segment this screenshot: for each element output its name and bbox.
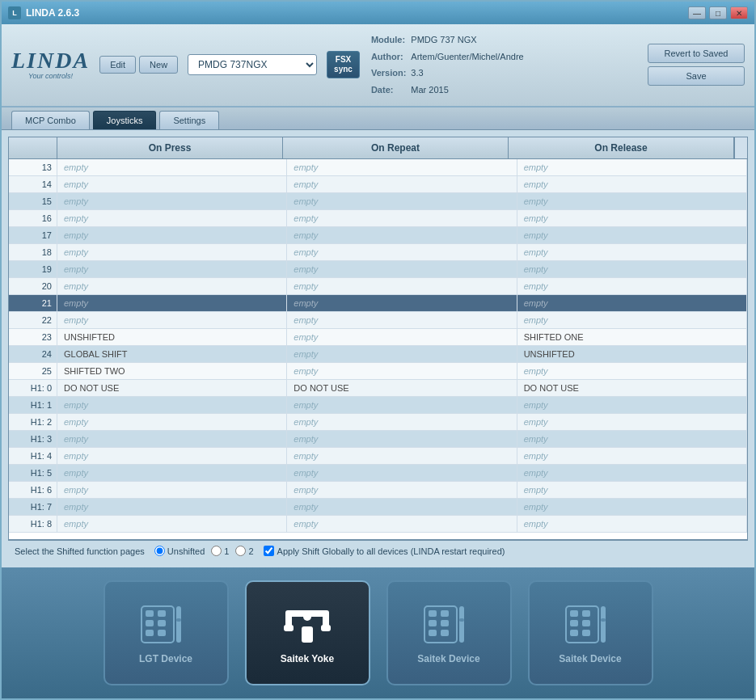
svg-rect-33 xyxy=(601,618,606,622)
saitek-icon xyxy=(420,602,477,647)
radio-unshifted-input[interactable] xyxy=(154,546,165,556)
tab-joysticks[interactable]: Joysticks xyxy=(93,111,157,129)
tab-settings[interactable]: Settings xyxy=(159,111,219,129)
table-container: On Press On Repeat On Release 13emptyemp… xyxy=(8,137,748,540)
svg-rect-32 xyxy=(601,606,606,643)
checkbox-label: Apply Shift Globally to all devices (LIN… xyxy=(277,546,505,556)
svg-rect-21 xyxy=(429,630,437,636)
tab-mcp-combo[interactable]: MCP Combo xyxy=(11,111,90,129)
close-button[interactable]: ✕ xyxy=(730,6,748,19)
logo-subtitle: Your controls! xyxy=(28,72,73,80)
table-row[interactable]: 16emptyemptyempty xyxy=(9,210,747,227)
table-row[interactable]: 13emptyemptyempty xyxy=(9,159,747,176)
header: LINDA Your controls! Edit New PMDG 737NG… xyxy=(2,24,754,108)
radio-1: 1 xyxy=(211,546,229,556)
nav-tabs: MCP Combo Joysticks Settings xyxy=(2,108,754,130)
author-label: Author: xyxy=(371,49,409,65)
module-value: PMDG 737 NGX xyxy=(411,32,523,48)
svg-rect-4 xyxy=(158,620,166,626)
svg-rect-23 xyxy=(459,606,464,643)
window-title: LINDA 2.6.3 xyxy=(26,7,683,19)
col-header-release: On Release xyxy=(509,137,734,158)
yoke-icon xyxy=(279,602,336,647)
col-header-press: On Press xyxy=(57,137,283,158)
svg-rect-6 xyxy=(158,630,166,636)
table-row[interactable]: 21emptyemptyempty xyxy=(9,295,747,312)
global-shift-checkbox[interactable] xyxy=(264,546,274,556)
col-header-num xyxy=(9,137,57,158)
action-buttons: Revert to Saved Save xyxy=(648,44,745,86)
table-row[interactable]: H1: 0DO NOT USEDO NOT USEDO NOT USE xyxy=(9,380,747,397)
device-label: Saitek Device xyxy=(417,653,479,664)
table-header: On Press On Repeat On Release xyxy=(9,137,747,159)
svg-rect-29 xyxy=(582,620,590,626)
title-bar: L LINDA 2.6.3 — □ ✕ xyxy=(2,2,754,24)
svg-rect-8 xyxy=(176,618,181,622)
table-row[interactable]: 20emptyemptyempty xyxy=(9,278,747,295)
table-row[interactable]: H1: 5emptyemptyempty xyxy=(9,465,747,482)
maximize-button[interactable]: □ xyxy=(709,6,727,19)
table-row[interactable]: 22emptyemptyempty xyxy=(9,312,747,329)
col-header-repeat: On Repeat xyxy=(283,137,509,158)
svg-rect-26 xyxy=(570,610,578,617)
svg-rect-22 xyxy=(441,630,449,636)
revert-button[interactable]: Revert to Saved xyxy=(648,44,745,63)
table-row[interactable]: 18emptyemptyempty xyxy=(9,244,747,261)
device-card[interactable]: Saitek Device xyxy=(386,580,512,685)
main-window: L LINDA 2.6.3 — □ ✕ LINDA Your controls!… xyxy=(0,0,756,700)
table-row[interactable]: H1: 3emptyemptyempty xyxy=(9,431,747,448)
footer-controls: Select the Shifted function pages Unshif… xyxy=(8,540,748,561)
table-row[interactable]: 14emptyemptyempty xyxy=(9,176,747,193)
svg-rect-27 xyxy=(582,610,590,617)
table-row[interactable]: H1: 4emptyemptyempty xyxy=(9,448,747,465)
radio-group: Unshifted 1 2 xyxy=(154,546,254,556)
table-row[interactable]: H1: 7emptyemptyempty xyxy=(9,499,747,516)
svg-rect-7 xyxy=(176,606,181,643)
svg-rect-9 xyxy=(302,626,313,643)
radio-1-input[interactable] xyxy=(211,546,222,556)
module-dropdown[interactable]: PMDG 737NGX xyxy=(188,54,317,75)
date-value: Mar 2015 xyxy=(411,82,523,98)
date-label: Date: xyxy=(371,82,409,98)
svg-rect-24 xyxy=(459,618,464,622)
device-card[interactable]: LGT Device xyxy=(103,580,229,685)
minimize-button[interactable]: — xyxy=(688,6,706,19)
svg-rect-13 xyxy=(284,625,294,631)
svg-rect-30 xyxy=(570,630,578,636)
table-row[interactable]: 24GLOBAL SHIFTemptyUNSHIFTED xyxy=(9,346,747,363)
radio-2: 2 xyxy=(235,546,253,556)
table-row[interactable]: 25SHIFTED TWOemptyempty xyxy=(9,363,747,380)
svg-rect-31 xyxy=(582,630,590,636)
table-row[interactable]: 15emptyemptyempty xyxy=(9,193,747,210)
edit-button[interactable]: Edit xyxy=(99,56,136,74)
radio-2-input[interactable] xyxy=(235,546,246,556)
fsx-sync-button[interactable]: FSX sync xyxy=(327,51,360,78)
table-row[interactable]: 17emptyemptyempty xyxy=(9,227,747,244)
checkbox-group: Apply Shift Globally to all devices (LIN… xyxy=(264,546,505,556)
svg-rect-19 xyxy=(429,620,437,626)
svg-rect-17 xyxy=(429,610,437,617)
main-content: On Press On Repeat On Release 13emptyemp… xyxy=(2,130,754,567)
table-row[interactable]: H1: 6emptyemptyempty xyxy=(9,482,747,499)
save-button[interactable]: Save xyxy=(648,66,745,86)
version-label: Version: xyxy=(371,65,409,81)
logo-name: LINDA xyxy=(11,49,90,72)
radio-1-label: 1 xyxy=(224,546,229,556)
device-card[interactable]: Saitek Yoke xyxy=(245,580,370,685)
table-row[interactable]: H1: 8emptyemptyempty xyxy=(9,516,747,533)
device-panel: LGT Device Saitek Yoke Saitek Device xyxy=(2,567,754,698)
table-body[interactable]: 13emptyemptyempty14emptyemptyempty15empt… xyxy=(9,159,747,539)
table-row[interactable]: 19emptyemptyempty xyxy=(9,261,747,278)
device-card[interactable]: Saitek Device xyxy=(528,580,653,685)
table-row[interactable]: H1: 2emptyemptyempty xyxy=(9,414,747,431)
shift-pages-label: Select the Shifted function pages xyxy=(15,546,145,556)
radio-unshifted: Unshifted xyxy=(154,546,205,556)
module-info: Module: PMDG 737 NGX Author: Artem/Guent… xyxy=(370,31,638,99)
logo: LINDA Your controls! xyxy=(11,49,90,80)
version-value: 3.3 xyxy=(411,65,523,81)
table-row[interactable]: H1: 1emptyemptyempty xyxy=(9,397,747,414)
saitek-icon xyxy=(562,602,619,647)
table-row[interactable]: 23UNSHIFTEDemptySHIFTED ONE xyxy=(9,329,747,346)
new-button[interactable]: New xyxy=(139,56,178,74)
author-value: Artem/Guenter/Michel/Andre xyxy=(411,49,523,65)
